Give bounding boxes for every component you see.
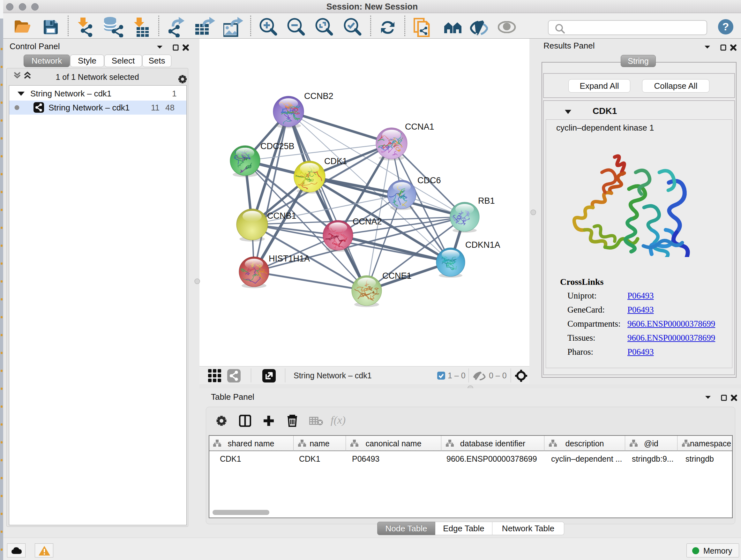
svg-text:HIST1H1A: HIST1H1A — [269, 254, 310, 263]
svg-text:CCNE1: CCNE1 — [382, 271, 412, 281]
svg-text:CDK1: CDK1 — [324, 157, 347, 166]
svg-text:CDC25B: CDC25B — [260, 141, 294, 151]
svg-text:?: ? — [723, 20, 729, 33]
svg-text:CDKN1A: CDKN1A — [465, 240, 500, 250]
svg-text:CCNA1: CCNA1 — [405, 122, 434, 132]
svg-text:CCNB1: CCNB1 — [267, 211, 296, 221]
svg-text:RB1: RB1 — [478, 196, 495, 206]
svg-text:CDC6: CDC6 — [417, 176, 441, 185]
svg-text:CCNB2: CCNB2 — [304, 91, 333, 101]
svg-text:CCNA2: CCNA2 — [353, 217, 382, 226]
